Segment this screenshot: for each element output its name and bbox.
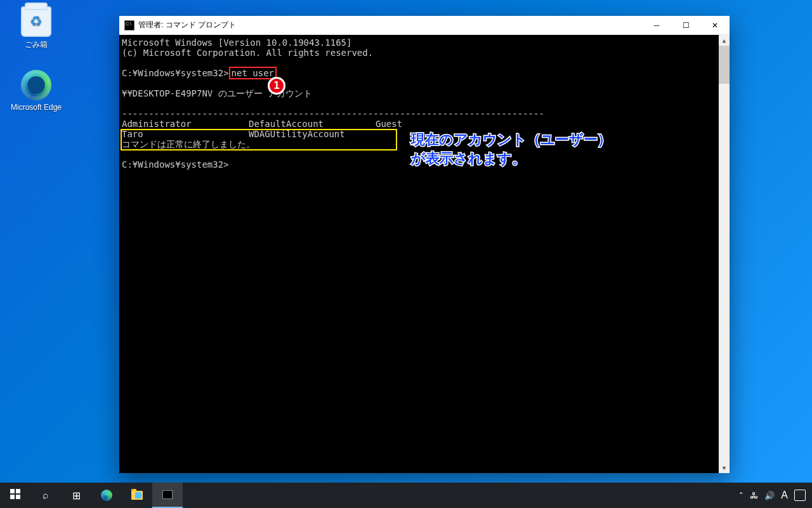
folder-icon xyxy=(131,491,143,500)
user-col: Guest xyxy=(376,119,402,129)
maximize-button[interactable]: ☐ xyxy=(671,16,700,35)
taskbar-taskview[interactable]: ⊞ xyxy=(61,483,91,508)
terminal-output[interactable]: Microsoft Windows [Version 10.0.19043.11… xyxy=(119,35,730,473)
edge-icon xyxy=(21,70,51,100)
start-button[interactable] xyxy=(0,483,30,508)
taskbar: ⌕ ⊞ ˄ 🖧 🔊 A xyxy=(0,483,812,508)
terminal-line: Microsoft Windows [Version 10.0.19043.11… xyxy=(122,37,351,48)
taskbar-search[interactable]: ⌕ xyxy=(30,483,61,508)
recycle-bin-icon xyxy=(21,6,51,37)
user-col: DefaultAccount xyxy=(249,119,376,129)
close-button[interactable]: ✕ xyxy=(700,16,730,35)
terminal-line: ----------------------------------------… xyxy=(122,109,544,119)
terminal-scrollbar[interactable]: ▲ ▼ xyxy=(719,35,730,473)
window-title: 管理者: コマンド プロンプト xyxy=(138,20,236,30)
command-prompt-window: 管理者: コマンド プロンプト ─ ☐ ✕ Microsoft Windows … xyxy=(119,16,730,473)
titlebar[interactable]: 管理者: コマンド プロンプト ─ ☐ ✕ xyxy=(119,16,730,35)
user-col: Taro xyxy=(122,129,249,139)
search-icon: ⌕ xyxy=(43,490,49,501)
tray-overflow-icon[interactable]: ˄ xyxy=(739,491,743,500)
desktop-icon-label: ごみ箱 xyxy=(8,39,65,50)
tray-volume-icon[interactable]: 🔊 xyxy=(764,491,775,500)
terminal-line: コマンドは正常に終了しました。 xyxy=(122,139,255,149)
svg-rect-3 xyxy=(16,495,20,499)
desktop-icon-recycle-bin[interactable]: ごみ箱 xyxy=(8,6,65,50)
cmd-icon xyxy=(162,490,173,499)
annotation-badge-1: 1 xyxy=(268,77,285,95)
windows-logo-icon xyxy=(10,489,20,502)
taskbar-explorer[interactable] xyxy=(122,483,152,508)
system-tray: ˄ 🖧 🔊 A xyxy=(733,490,812,501)
tray-network-icon[interactable]: 🖧 xyxy=(750,491,758,500)
annotation-text: 現在のアカウント（ユーザー） が表示されます。 xyxy=(411,130,612,168)
edge-icon xyxy=(101,490,112,501)
scrollbar-thumb[interactable] xyxy=(719,46,730,84)
svg-rect-2 xyxy=(10,495,15,499)
svg-rect-0 xyxy=(10,489,15,493)
taskbar-edge[interactable] xyxy=(91,483,122,508)
scrollbar-up-icon[interactable]: ▲ xyxy=(719,35,730,46)
highlighted-command: net user xyxy=(229,67,277,79)
taskview-icon: ⊞ xyxy=(72,490,81,502)
user-col: Administrator xyxy=(122,119,249,129)
terminal-line: (c) Microsoft Corporation. All rights re… xyxy=(122,48,373,58)
terminal-prompt: C:¥Windows¥system32> xyxy=(122,159,229,170)
taskbar-cmd[interactable] xyxy=(152,483,183,508)
svg-rect-1 xyxy=(16,489,20,493)
desktop: ごみ箱 Microsoft Edge 管理者: コマンド プロンプト ─ ☐ ✕… xyxy=(0,0,812,508)
minimize-button[interactable]: ─ xyxy=(642,16,671,35)
user-col: WDAGUtilityAccount xyxy=(249,129,345,139)
scrollbar-down-icon[interactable]: ▼ xyxy=(719,462,730,473)
desktop-icon-label: Microsoft Edge xyxy=(8,103,65,112)
tray-ime[interactable]: A xyxy=(781,490,788,501)
terminal-prompt: C:¥Windows¥system32> xyxy=(122,68,229,78)
tray-notifications-icon[interactable] xyxy=(794,490,806,501)
cmd-icon xyxy=(124,20,134,30)
desktop-icon-edge[interactable]: Microsoft Edge xyxy=(8,70,65,112)
